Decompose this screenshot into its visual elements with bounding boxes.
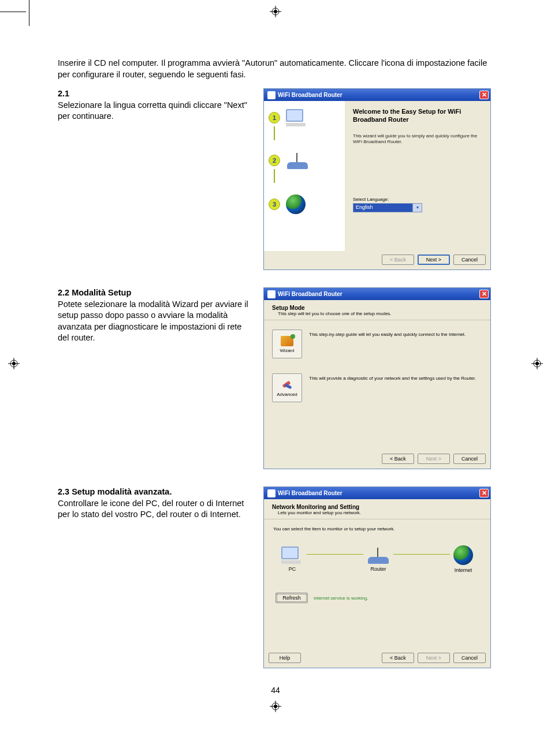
- connection-line: [393, 554, 450, 555]
- next-button[interactable]: Next >: [418, 653, 450, 663]
- page-number: 44: [58, 686, 493, 695]
- cancel-button[interactable]: Cancel: [453, 255, 486, 265]
- step-badge-1: 1: [269, 112, 280, 123]
- step-connector: [274, 126, 275, 140]
- dialog-easy-setup: WiFi Broadband Router ✕ 1: [263, 88, 491, 270]
- language-label: Select Language:: [353, 197, 482, 202]
- back-button[interactable]: < Back: [382, 653, 414, 663]
- network-monitoring-heading: Network Monitoring and Setting: [272, 504, 483, 510]
- wizard-icon: [280, 335, 294, 347]
- chevron-down-icon: ▾: [412, 204, 422, 212]
- section-body-2-2: Potete selezionare la modalità Wizard pe…: [58, 300, 248, 343]
- help-button[interactable]: Help: [269, 653, 301, 663]
- router-icon: [286, 152, 309, 169]
- internet-status-item[interactable]: Internet: [453, 545, 473, 573]
- dialog-title: WiFi Broadband Router: [278, 291, 342, 297]
- refresh-button[interactable]: Refresh: [276, 593, 308, 603]
- dialog-setup-mode: WiFi Broadband Router ✕ Setup Mode This …: [263, 287, 491, 469]
- advanced-mode-label: Advanced: [277, 392, 297, 397]
- cancel-button[interactable]: Cancel: [453, 454, 486, 464]
- back-button[interactable]: < Back: [382, 255, 414, 265]
- status-message: Internet service is working.: [314, 596, 368, 601]
- pc-status-item[interactable]: PC: [281, 547, 303, 572]
- dialog-title: WiFi Broadband Router: [278, 490, 342, 496]
- dialog-network-monitoring: WiFi Broadband Router ✕ Network Monitori…: [263, 486, 491, 668]
- section-heading-2-2: 2.2 Modalità Setup: [58, 288, 131, 297]
- setup-mode-subheading: This step will let you to choose one of …: [278, 311, 483, 316]
- language-select[interactable]: English ▾: [353, 203, 422, 212]
- advanced-mode-button[interactable]: Advanced: [272, 373, 302, 402]
- cancel-button[interactable]: Cancel: [453, 653, 486, 663]
- wizard-mode-label: Wizard: [280, 348, 295, 353]
- section-heading-2-3: 2.3 Setup modalità avanzata.: [58, 487, 172, 496]
- app-icon: [267, 290, 276, 298]
- language-selected-value: English: [353, 204, 412, 212]
- globe-icon: [286, 194, 306, 214]
- next-button[interactable]: Next >: [418, 454, 450, 464]
- app-icon: [267, 489, 276, 497]
- advanced-mode-description: This will provide a diagnostic of your n…: [309, 373, 482, 381]
- pc-icon: [281, 547, 303, 564]
- network-monitoring-subheading: Lets you monitor and setup you network.: [278, 510, 483, 515]
- router-status-item[interactable]: Router: [367, 547, 390, 572]
- step-badge-2: 2: [269, 155, 280, 166]
- close-icon[interactable]: ✕: [479, 489, 489, 497]
- tools-icon: [280, 379, 294, 391]
- next-button[interactable]: Next >: [418, 255, 450, 265]
- section-heading-2-1: 2.1: [58, 89, 69, 98]
- connection-line: [307, 554, 363, 555]
- section-body-2-1: Selezionare la lingua corretta quindi cl…: [58, 100, 247, 121]
- close-icon[interactable]: ✕: [479, 91, 489, 99]
- wizard-mode-description: This step-by-step guide will let you eas…: [309, 330, 482, 338]
- network-monitoring-instruction: You can select the item to monitor or to…: [264, 519, 490, 534]
- pc-label: PC: [289, 566, 296, 572]
- router-icon: [367, 547, 390, 564]
- pc-icon: [286, 109, 308, 126]
- wizard-mode-button[interactable]: Wizard: [272, 330, 302, 358]
- welcome-title: Welcome to the Easy Setup for WiFi Broad…: [353, 108, 482, 124]
- welcome-subtitle: This wizard will guide you to simply and…: [353, 133, 482, 145]
- setup-mode-heading: Setup Mode: [272, 305, 483, 311]
- back-button[interactable]: < Back: [382, 454, 414, 464]
- app-icon: [267, 91, 276, 99]
- intro-paragraph: Inserire il CD nel computer. Il programm…: [58, 58, 493, 80]
- router-label: Router: [370, 566, 386, 572]
- dialog-title: WiFi Broadband Router: [278, 92, 342, 98]
- steps-sidebar: 1 2: [264, 101, 345, 251]
- step-connector: [274, 169, 275, 183]
- section-body-2-3: Controllare le icone del PC, del router …: [58, 499, 244, 519]
- close-icon[interactable]: ✕: [479, 290, 489, 298]
- internet-label: Internet: [455, 567, 472, 573]
- globe-icon: [453, 545, 473, 565]
- step-badge-3: 3: [269, 199, 280, 210]
